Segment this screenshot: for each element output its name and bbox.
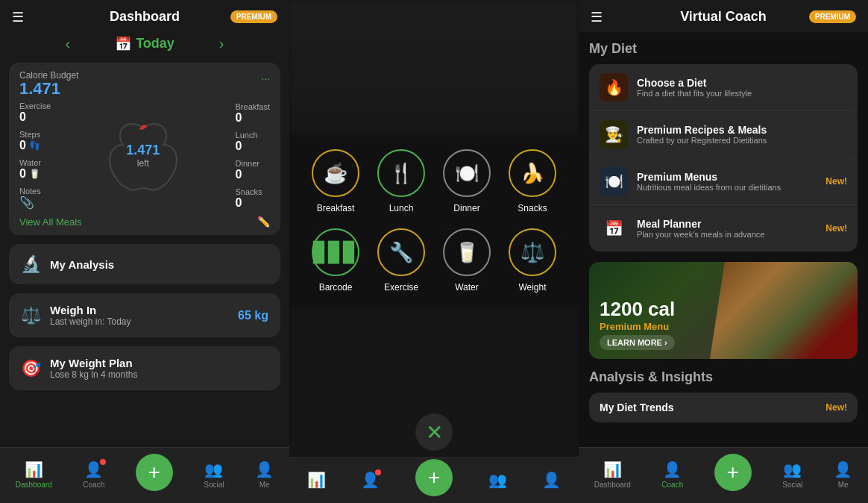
water-icon: 🥛 — [29, 169, 40, 179]
addfood-item-dinner[interactable]: 🍽️ Dinner — [438, 149, 495, 213]
tab-social-3[interactable]: 👥 Social — [782, 460, 802, 489]
tab-coach[interactable]: 👤 Coach — [83, 460, 104, 489]
addfood-circle-snacks: 🍌 — [509, 149, 556, 197]
right-stats: Breakfast 0 Lunch 0 Dinner 0 Snacks 0 — [236, 102, 270, 210]
coach-premium-badge[interactable]: PREMIUM — [809, 10, 856, 23]
addfood-item-barcode[interactable]: ▊▊▊ Barcode — [307, 228, 364, 293]
breakfast-stat: Breakfast 0 — [236, 102, 270, 125]
weight-plan-title: My Weight Plan — [50, 357, 137, 369]
addfood-tab-bar: 📊 👤 + 👥 👤 — [289, 457, 579, 503]
addfood-item-weight[interactable]: ⚖️ Weight — [504, 228, 561, 293]
coach-diet-item-1[interactable]: 👨‍🍳 Premium Recipes & Meals Crafted by o… — [589, 111, 858, 158]
coach-tab-bar: 📊 Dashboard 👤 Coach + 👥 Social 👤 Me — [579, 447, 868, 503]
diet-trends-card[interactable]: My Diet Trends New! — [589, 393, 858, 422]
more-options-icon[interactable]: ... — [261, 70, 270, 82]
exercise-value: 0 — [19, 110, 51, 124]
learn-more-button[interactable]: LEARN MORE › — [600, 335, 675, 350]
tab-me-2[interactable]: 👤 — [542, 471, 561, 489]
addfood-circle-weight: ⚖️ — [509, 228, 556, 276]
coach-item-icon-1: 👨‍🍳 — [600, 120, 628, 149]
premium-badge[interactable]: PREMIUM — [230, 10, 277, 23]
addfood-item-snacks[interactable]: 🍌 Snacks — [504, 149, 561, 213]
exercise-stat: Exercise 0 — [19, 101, 51, 124]
notes-stat: Notes 📎 — [19, 187, 51, 210]
close-addfood-button[interactable]: ✕ — [415, 413, 453, 451]
addfood-item-exercise[interactable]: 🔧 Exercise — [373, 228, 430, 293]
apple-calories-display: 1.471 left — [126, 143, 160, 169]
tab-coach-2[interactable]: 👤 — [361, 471, 380, 489]
prev-day-button[interactable]: ‹ — [65, 35, 70, 52]
calorie-budget-section: Calorie Budget 1.471 — [19, 70, 78, 97]
diet-trends-label: My Diet Trends — [600, 402, 674, 413]
coach-diet-item-0[interactable]: 🔥 Choose a Diet Find a diet that fits yo… — [589, 64, 858, 111]
analysis-title: My Analysis — [50, 258, 114, 271]
promo-card[interactable]: 1200 cal Premium Menu LEARN MORE › — [589, 262, 858, 359]
weight-plan-card[interactable]: 🎯 My Weight Plan Lose 8 kg in 4 months — [9, 346, 280, 390]
water-stat: Water 0 🥛 — [19, 158, 51, 181]
tab-dashboard[interactable]: 📊 Dashboard — [16, 460, 52, 489]
addfood-item-water[interactable]: 🥛 Water — [438, 228, 495, 293]
breakfast-value: 0 — [236, 111, 270, 125]
add-button[interactable]: + — [136, 454, 173, 491]
calorie-apple: 1.471 left — [102, 115, 184, 197]
coach-item-title-2: Premium Menus — [637, 171, 817, 183]
tab-coach-3[interactable]: 👤 Coach — [661, 460, 683, 489]
menu-icon[interactable]: ☰ — [12, 9, 24, 25]
addfood-circle-lunch: 🍴 — [377, 149, 425, 197]
coach-diet-item-3[interactable]: 📅 Meal Planner Plan your week's meals in… — [589, 205, 858, 251]
dashboard-panel: ☰ Dashboard PREMIUM ‹ 📅 Today › Calorie … — [0, 0, 289, 503]
weigh-in-icon: ⚖️ — [21, 306, 41, 325]
addfood-label-exercise: Exercise — [384, 282, 418, 293]
weight-plan-icon: 🎯 — [21, 359, 41, 378]
calendar-icon: 📅 — [115, 36, 131, 52]
dashboard-title: Dashboard — [110, 9, 180, 25]
weigh-in-title: Weigh In — [50, 304, 131, 316]
social-label-3: Social — [782, 481, 802, 489]
coach-menu-icon[interactable]: ☰ — [591, 9, 603, 25]
coach-label-3: Coach — [661, 481, 683, 489]
coach-item-icon-3: 📅 — [600, 214, 628, 243]
dashboard-icon-3: 📊 — [603, 460, 622, 478]
addfood-label-lunch: Lunch — [389, 203, 414, 213]
addfood-circle-barcode: ▊▊▊ — [312, 228, 359, 276]
tab-social-2[interactable]: 👥 — [488, 471, 507, 489]
promo-text: 1200 cal Premium Menu LEARN MORE › — [589, 289, 685, 359]
dashboard-tab-icon-2: 📊 — [307, 471, 326, 489]
snacks-value: 0 — [236, 196, 270, 210]
tab-dashboard-3[interactable]: 📊 Dashboard — [594, 460, 631, 489]
addfood-item-breakfast[interactable]: ☕ Breakfast — [307, 149, 364, 213]
apple-shape: 1.471 left — [102, 115, 184, 197]
edit-meals-icon[interactable]: ✏️ — [257, 216, 270, 228]
social-tab-icon: 👥 — [204, 460, 223, 478]
addfood-label-snacks: Snacks — [518, 203, 547, 213]
apple-calories-value: 1.471 — [126, 143, 160, 158]
weigh-in-card[interactable]: ⚖️ Weigh In Last weigh in: Today 65 kg — [9, 293, 280, 337]
water-value: 0 🥛 — [19, 167, 51, 181]
addfood-item-lunch[interactable]: 🍴 Lunch — [373, 149, 430, 213]
snacks-stat: Snacks 0 — [236, 187, 270, 210]
current-date-label[interactable]: 📅 Today — [115, 36, 174, 52]
add-button-2[interactable]: + — [415, 459, 453, 496]
weight-plan-text: My Weight Plan Lose 8 kg in 4 months — [50, 357, 137, 380]
tab-dashboard-2[interactable]: 📊 — [307, 471, 326, 489]
apple-left-label: left — [126, 158, 160, 169]
tab-social[interactable]: 👥 Social — [204, 460, 224, 489]
view-all-meals-link[interactable]: View All Meals — [19, 216, 82, 228]
date-navigation: ‹ 📅 Today › — [0, 29, 289, 58]
my-analysis-card[interactable]: 🔬 My Analysis — [9, 244, 280, 284]
coach-item-subtitle-1: Crafted by our Registered Dietitians — [637, 136, 847, 145]
tab-me[interactable]: 👤 Me — [255, 460, 274, 489]
addfood-label-water: Water — [455, 282, 479, 293]
coach-diet-item-2[interactable]: 🍽️ Premium Menus Nutritious meal ideas f… — [589, 158, 858, 205]
notes-icon: 📎 — [19, 196, 51, 210]
add-button-3[interactable]: + — [714, 454, 752, 491]
dashboard-tab-label: Dashboard — [16, 481, 52, 489]
dashboard-label-3: Dashboard — [594, 481, 631, 489]
next-day-button[interactable]: › — [219, 35, 224, 52]
dashboard-tab-icon: 📊 — [25, 460, 43, 478]
me-label-3: Me — [838, 481, 849, 489]
tab-me-3[interactable]: 👤 Me — [834, 460, 852, 489]
coach-tab-icon-2: 👤 — [361, 471, 380, 489]
coach-item-title-1: Premium Recipes & Meals — [637, 124, 847, 136]
coach-item-icon-2: 🍽️ — [600, 167, 628, 196]
